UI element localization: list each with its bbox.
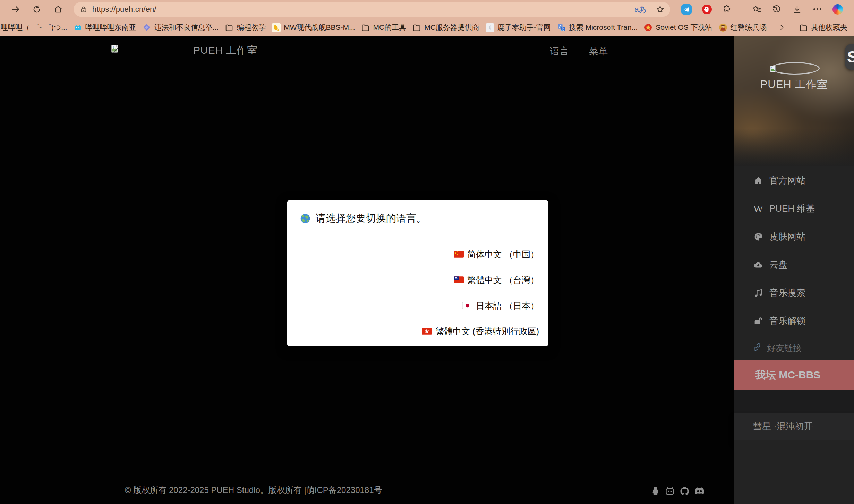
sidebar: PUEH 工作室 官方网站 W PUEH 维基 皮肤网站 云盘 音乐搜索 音乐解… xyxy=(734,36,854,504)
sidebar-link-comet[interactable]: 彗星 ·混沌初开 xyxy=(734,413,854,440)
refresh-button[interactable] xyxy=(31,3,43,15)
language-option-zh-hk[interactable]: 繁體中文 (香港特別行政區) xyxy=(422,318,539,344)
sidebar-item-label: 皮肤网站 xyxy=(769,231,805,243)
favorites-hub-button[interactable] xyxy=(751,3,762,15)
bookmark-item[interactable]: MW现代战舰BBS-M... xyxy=(269,21,358,34)
github-icon[interactable] xyxy=(680,486,690,496)
forward-button[interactable] xyxy=(10,3,22,15)
history-button[interactable] xyxy=(771,3,783,15)
history-icon xyxy=(772,5,782,14)
translate-app-icon: A文 xyxy=(557,23,566,32)
bookmark-item[interactable]: 哩哔哩（ ゜- ゜)つ... xyxy=(1,21,70,34)
link-icon xyxy=(752,342,762,354)
home-icon xyxy=(753,176,763,186)
adblock-extension-button[interactable] xyxy=(701,3,713,15)
bookmark-label: Soviet OS 下载站 xyxy=(656,23,712,32)
broken-image-icon xyxy=(110,44,120,55)
social-links xyxy=(651,486,705,496)
page-title: PUEH 工作室 xyxy=(193,43,258,58)
address-bar[interactable]: https://pueh.cn/en/ aあ xyxy=(74,2,670,17)
bilibili-icon[interactable] xyxy=(665,486,675,496)
bookmark-label: 红警练兵场 xyxy=(731,23,767,32)
sidebar-title: PUEH 工作室 xyxy=(734,77,854,92)
sidebar-item-label: 官方网站 xyxy=(769,174,805,187)
language-option-label: 简体中文 （中国） xyxy=(467,249,539,260)
downloads-button[interactable] xyxy=(791,3,803,15)
language-option-label: 日本語 （日本） xyxy=(476,300,539,311)
svg-text:文: 文 xyxy=(561,27,564,31)
side-panel-handle-button[interactable]: S xyxy=(845,44,854,70)
gray-app-icon xyxy=(486,23,494,32)
bookmark-item[interactable]: 红警练兵场 xyxy=(716,21,770,34)
purple-diamond-icon xyxy=(143,23,151,32)
bookmark-item[interactable]: 违法和不良信息举... xyxy=(139,21,222,34)
sidebar-section-label: 好友链接 xyxy=(767,342,802,354)
bookmark-item[interactable]: A文 搜索 Microsoft Tran... xyxy=(554,21,641,34)
flag-china-icon xyxy=(454,251,464,258)
bookmark-label: MW现代战舰BBS-M... xyxy=(284,23,355,32)
browser-toolbar: https://pueh.cn/en/ aあ xyxy=(0,0,854,18)
download-icon xyxy=(792,5,802,14)
globe-icon xyxy=(300,213,311,224)
sidebar-link-mc-bbs[interactable]: 我坛 MC-BBS xyxy=(734,360,854,390)
sidebar-logo-placeholder xyxy=(770,62,820,75)
other-favorites-folder[interactable]: 其他收藏夹 xyxy=(796,21,851,34)
toolbar-separator xyxy=(742,5,742,14)
telegram-extension-button[interactable] xyxy=(681,3,692,15)
bookmark-item[interactable]: 鹿子零助手-官网 xyxy=(482,21,554,34)
translate-page-button[interactable]: aあ xyxy=(634,4,647,15)
bookmark-item[interactable]: Soviet OS 下载站 xyxy=(641,21,715,34)
settings-more-button[interactable] xyxy=(811,3,823,15)
music-note-icon xyxy=(753,288,763,298)
language-option-zh-tw[interactable]: 繁體中文 （台灣） xyxy=(422,267,539,293)
bookmark-item[interactable]: MC的工具 xyxy=(358,21,409,34)
url-text: https://pueh.cn/en/ xyxy=(92,5,634,14)
sidebar-item-label: 音乐搜索 xyxy=(769,287,805,299)
bookmark-label: 编程教学 xyxy=(237,23,266,32)
menu-language[interactable]: 语言 xyxy=(550,45,569,58)
menu-main[interactable]: 菜单 xyxy=(589,45,608,58)
language-option-ja[interactable]: 日本語 （日本） xyxy=(422,293,539,318)
sidebar-item-label: 音乐解锁 xyxy=(769,315,805,327)
bookmarks-overflow-chevron-icon[interactable] xyxy=(778,24,786,31)
bookmark-label: 哩哔哩（ ゜- ゜)つ... xyxy=(1,23,67,32)
sidebar-item-wiki[interactable]: W PUEH 维基 xyxy=(734,195,854,223)
sidebar-hero: PUEH 工作室 xyxy=(734,36,854,166)
sidebar-item-music-unlock[interactable]: 音乐解锁 xyxy=(734,307,854,335)
sidebar-section-friend-links: 好友链接 xyxy=(734,335,854,360)
folder-icon xyxy=(225,23,233,32)
folder-icon xyxy=(361,23,370,32)
sidebar-item-music-search[interactable]: 音乐搜索 xyxy=(734,279,854,307)
telegram-icon xyxy=(681,4,692,15)
bookmark-label: 鹿子零助手-官网 xyxy=(497,23,551,32)
qq-icon[interactable] xyxy=(651,486,660,496)
copilot-icon xyxy=(832,4,843,15)
mw-warships-icon xyxy=(272,23,281,32)
forward-arrow-icon xyxy=(10,4,21,15)
refresh-icon xyxy=(32,5,42,14)
folder-icon xyxy=(799,23,808,32)
soviet-star-icon xyxy=(644,23,652,32)
bookmark-item[interactable]: 哔哩哔哩东南亚 xyxy=(70,21,139,34)
flag-taiwan-icon xyxy=(454,276,464,283)
bookmarks-bar: 哩哔哩（ ゜- ゜)つ... 哔哩哔哩东南亚 违法和不良信息举... 编程教学 … xyxy=(0,18,854,36)
language-option-label: 繁體中文 (香港特別行政區) xyxy=(435,326,539,337)
discord-icon[interactable] xyxy=(694,487,705,496)
favorite-star-icon[interactable] xyxy=(656,5,665,14)
extensions-button[interactable] xyxy=(721,3,733,15)
top-menu: 语言 菜单 xyxy=(550,45,608,58)
sidebar-item-skin-site[interactable]: 皮肤网站 xyxy=(734,223,854,251)
bookmark-label: MC服务器提供商 xyxy=(424,23,479,32)
sidebar-item-cloud-drive[interactable]: 云盘 xyxy=(734,251,854,279)
language-option-label: 繁體中文 （台灣） xyxy=(467,274,539,286)
dialog-title: 请选择您要切换的语言。 xyxy=(300,212,426,225)
bookmark-item[interactable]: MC服务器提供商 xyxy=(409,21,482,34)
home-button[interactable] xyxy=(52,3,64,15)
language-option-zh-cn[interactable]: 简体中文 （中国） xyxy=(422,241,539,267)
unlock-icon xyxy=(753,316,763,326)
other-favorites-label: 其他收藏夹 xyxy=(811,23,847,32)
bookmark-item[interactable]: 编程教学 xyxy=(222,21,269,34)
bookmarks-separator xyxy=(791,23,791,32)
sidebar-item-official-site[interactable]: 官方网站 xyxy=(734,166,854,195)
copilot-button[interactable] xyxy=(832,3,844,15)
